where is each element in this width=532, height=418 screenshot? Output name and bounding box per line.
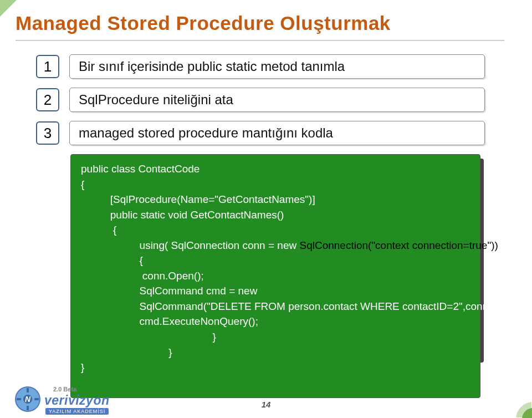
svg-rect-4 (17, 398, 21, 400)
step-3: 3 managed stored procedure mantığını kod… (36, 121, 485, 145)
step-1: 1 Bir sınıf içerisinde public static met… (36, 54, 485, 79)
title-underline (16, 40, 504, 41)
code-line: SqlCommand("DELETE FROM person.contact W… (81, 300, 495, 312)
svg-rect-2 (27, 388, 29, 392)
brand-name: verivizyon (44, 393, 110, 408)
code-block: public class ContactCode { [SqlProcedure… (70, 154, 480, 398)
code-line: conn.Open(); (81, 270, 204, 282)
content-area: 1 Bir sınıf içerisinde public static met… (36, 54, 485, 398)
slide-footer: 2.0 Beta N verivizyon YAZILIM AKADEMİSİ … (0, 379, 532, 418)
svg-text:N: N (25, 395, 31, 404)
step-number-3: 3 (36, 121, 59, 145)
code-line: cmd.ExecuteNonQuery(); (81, 315, 258, 327)
beta-label: 2.0 Beta (53, 386, 76, 392)
page-number: 14 (262, 400, 271, 409)
code-line: public class ContactCode (81, 163, 200, 175)
code-line: using( SqlConnection conn = new (81, 239, 299, 251)
code-line: } (81, 361, 84, 373)
slide-title: Managed Stored Procedure Oluşturmak (16, 12, 391, 34)
step-text-3: managed stored procedure mantığını kodla (69, 121, 485, 145)
svg-rect-3 (27, 406, 29, 410)
code-line: } (81, 331, 216, 343)
brand-tagline: YAZILIM AKADEMİSİ (45, 408, 109, 415)
step-2: 2 SqlProcedure niteliğini ata (36, 88, 485, 112)
svg-rect-5 (34, 398, 39, 400)
code-line: { (81, 254, 143, 266)
step-number-2: 2 (36, 88, 59, 111)
step-text-2: SqlProcedure niteliğini ata (69, 88, 485, 112)
code-line: SqlCommand cmd = new (81, 285, 257, 297)
code-highlight: SqlConnection("context connection=true")… (299, 239, 498, 251)
code-line: { (81, 179, 84, 190)
gear-logo-icon: N (13, 385, 42, 414)
step-number-1: 1 (36, 55, 59, 78)
code-block-wrap: public class ContactCode { [SqlProcedure… (70, 154, 485, 398)
code-line: public static void GetContactNames() (81, 209, 284, 221)
code-line: } (81, 346, 172, 358)
code-line: [SqlProcedure(Name="GetContactNames")] (81, 193, 315, 205)
step-text-1: Bir sınıf içerisinde public static metod… (69, 54, 485, 79)
code-line: { (81, 224, 116, 236)
